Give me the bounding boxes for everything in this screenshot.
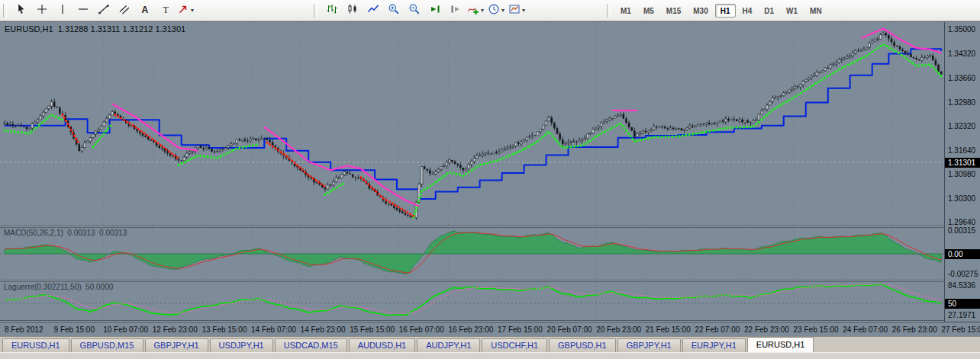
time-axis-label: 9 Feb 15:00 <box>54 325 95 334</box>
timeframe-m1-button[interactable]: M1 <box>615 4 637 18</box>
indicators-button[interactable]: ▼ <box>466 2 486 20</box>
current-price-box: 1.31301 <box>945 158 980 168</box>
red-trend-dots <box>115 115 179 159</box>
quote-open: 1.31288 <box>58 24 89 34</box>
time-axis-label: 14 Feb 07:00 <box>251 325 296 334</box>
oscillator-signal-line <box>5 284 941 314</box>
time-axis-label: 16 Feb 07:00 <box>399 325 444 334</box>
timeframe-m5-button[interactable]: M5 <box>638 4 659 18</box>
magenta-signal-line <box>112 104 198 151</box>
chart-shift-button[interactable] <box>445 2 466 20</box>
time-axis-label: 27 Feb 15:00 <box>941 325 980 334</box>
candlestick-chart-button[interactable] <box>342 2 363 20</box>
chart-tab-eurjpy-h1[interactable]: EURJPY,H1 <box>682 338 746 352</box>
text-a-icon: A <box>139 3 151 18</box>
clock-icon <box>488 3 500 18</box>
time-axis-label: 13 Feb 15:00 <box>201 325 247 334</box>
zoom-out-button[interactable] <box>404 2 424 20</box>
cursor-tool[interactable] <box>11 2 31 20</box>
oscillator-pane-label: Laguerre(0.302211,50) 50.0000 <box>4 283 113 291</box>
trendline-icon <box>98 3 110 18</box>
trendline-tool[interactable] <box>93 2 114 20</box>
line-chart-button[interactable] <box>363 2 383 20</box>
price-axis-label: 1.33660 <box>948 74 975 82</box>
toolbar-drag-handle[interactable] <box>3 4 7 18</box>
text-label-tool[interactable]: T <box>155 2 176 20</box>
oscillator-pane-canvas[interactable] <box>0 282 944 320</box>
text-t-icon: T <box>160 3 172 18</box>
price-axis: 1.350001.343201.336601.329801.323201.316… <box>944 22 980 322</box>
chevron-down-icon: ▼ <box>190 8 195 13</box>
timeframes-group: M1M5M15M30H1H4D1W1MN <box>604 4 828 18</box>
chevron-down-icon: ▼ <box>480 8 485 13</box>
chart-tab-eurusd-h1[interactable]: EURUSD,H1 <box>2 338 69 352</box>
arrows-tool[interactable]: ▼ <box>176 2 196 20</box>
chart-tab-gbpjpy-h1[interactable]: GBPJPY,H1 <box>617 338 681 352</box>
vertical-line-tool[interactable] <box>52 2 73 20</box>
charts-group: ▼▼▼ <box>311 2 527 20</box>
price-axis-label: 1.30300 <box>948 194 975 203</box>
red-trend-dots <box>361 178 414 216</box>
timeframe-w1-button[interactable]: W1 <box>781 4 803 18</box>
chart-tab-gbpusd-m15[interactable]: GBPUSD,M15 <box>71 338 143 352</box>
bar-chart-button[interactable] <box>321 2 342 20</box>
macd-area <box>5 231 941 274</box>
zoom-in-button[interactable] <box>383 2 404 20</box>
time-axis: 8 Feb 20129 Feb 15:0010 Feb 07:0012 Feb … <box>0 322 980 336</box>
timeframe-mn-button[interactable]: MN <box>804 4 827 18</box>
time-axis-label: 22 Feb 23:00 <box>744 325 789 334</box>
oscillator-line <box>5 284 941 316</box>
chart-tab-usdcad-m15[interactable]: USDCAD,M15 <box>275 338 347 352</box>
green-trend-dots <box>414 44 941 217</box>
chart-tab-audjpy-h1[interactable]: AUDJPY,H1 <box>417 338 480 352</box>
timeframe-h4-button[interactable]: H4 <box>737 4 758 18</box>
auto-scroll-icon <box>429 3 441 18</box>
templates-button[interactable]: ▼ <box>507 2 527 20</box>
horizontal-line-tool[interactable] <box>73 2 93 20</box>
text-tool[interactable]: A <box>134 2 155 20</box>
timeframe-d1-button[interactable]: D1 <box>759 4 779 18</box>
timeframe-h1-button[interactable]: H1 <box>715 4 736 18</box>
svg-text:T: T <box>163 4 169 14</box>
chart-tab-gbpusd-h1[interactable]: GBPUSD,H1 <box>549 338 616 352</box>
toolbar-drag-handle[interactable] <box>314 4 318 18</box>
time-axis-label: 14 Feb 23:00 <box>301 325 346 334</box>
chart-tab-audusd-h1[interactable]: AUDUSD,H1 <box>349 338 416 352</box>
bull-candles <box>4 34 931 218</box>
arrow-icon <box>177 3 189 18</box>
timeframe-m30-button[interactable]: M30 <box>688 4 713 18</box>
macd-pane-canvas[interactable] <box>0 228 944 280</box>
time-axis-label: 15 Feb 15:00 <box>350 325 395 334</box>
chart-tabs-bar: EURUSD,H1GBPUSD,M15GBPJPY,H1USDJPY,H1USD… <box>0 336 980 352</box>
candle-wicks <box>5 30 941 220</box>
main-chart-canvas[interactable] <box>0 22 944 226</box>
macd-current-box: 0.00 <box>945 249 980 259</box>
crosshair-tool[interactable] <box>31 2 52 20</box>
equidistant-channel-tool[interactable] <box>114 2 134 20</box>
crosshair-icon <box>36 3 48 18</box>
oscillator-current-box: 50 <box>945 299 980 309</box>
main-toolbar: AT▼▼▼▼M1M5M15M30H1H4D1W1MN <box>0 0 980 21</box>
time-axis-label: 10 Feb 07:00 <box>103 325 148 334</box>
line-chart-icon <box>367 3 379 18</box>
time-axis-label: 22 Feb 07:00 <box>695 325 740 334</box>
chart-tab-usdchf-h1[interactable]: USDCHF,H1 <box>482 338 547 352</box>
chart-shift-icon <box>450 3 462 18</box>
toolbar-drag-handle[interactable] <box>607 4 611 18</box>
oscillator-min-label: 27.1971 <box>948 311 975 319</box>
cursor-icon <box>15 3 27 18</box>
zoom-out-icon <box>408 3 421 18</box>
magenta-signal-line <box>264 127 419 207</box>
periods-button[interactable]: ▼ <box>486 2 507 20</box>
template-icon <box>508 3 521 18</box>
chart-tab-eurusd-h1-active[interactable]: EURUSD,H1 <box>747 337 814 352</box>
auto-scroll-button[interactable] <box>424 2 445 20</box>
macd-pane-label: MACD(50,26,2,1) 0.00313 0.00313 <box>4 229 127 237</box>
time-axis-label: 21 Feb 15:00 <box>646 325 691 334</box>
time-axis-label: 12 Feb 23:00 <box>153 325 198 334</box>
timeframe-m15-button[interactable]: M15 <box>661 4 686 18</box>
time-axis-label: 16 Feb 23:00 <box>448 325 493 334</box>
chart-tab-usdjpy-h1[interactable]: USDJPY,H1 <box>210 338 273 352</box>
chart-tab-gbpjpy-h1[interactable]: GBPJPY,H1 <box>145 338 208 352</box>
price-axis-label: 1.35000 <box>948 25 975 34</box>
